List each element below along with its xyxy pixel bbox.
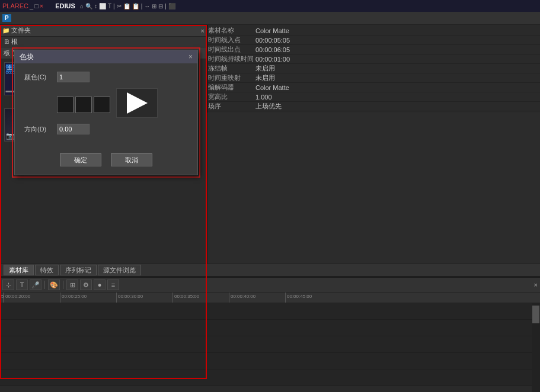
direction-input[interactable] bbox=[57, 124, 90, 134]
dialog-title: 色块 bbox=[20, 52, 34, 62]
info-value: 1.000 bbox=[255, 94, 272, 101]
info-row: 时间线出点 00:00:06:05 bbox=[208, 45, 540, 54]
edius-title: EDIUS bbox=[55, 2, 75, 9]
info-row: 时间线持续时间 00:00:01:00 bbox=[208, 54, 540, 64]
info-label: 场序 bbox=[208, 102, 255, 111]
tl-btn-text[interactable]: T bbox=[16, 279, 28, 290]
toolbar-sep3: | bbox=[165, 3, 167, 9]
tab-3[interactable]: 源文件浏览 bbox=[98, 265, 141, 275]
timeline-toolbar: ⊹ T 🎤 🎨 ⊞ ⚙ ● ≡ × bbox=[0, 278, 540, 293]
dialog-close-btn[interactable]: × bbox=[188, 53, 193, 61]
toolbar-icon-5[interactable]: T bbox=[108, 3, 111, 9]
tl-btn-move[interactable]: ⊹ bbox=[2, 279, 14, 290]
title-bar: PLA REC _ □ × EDIUS ⌂ 🔍 ↕ ⬜ T | ✂ 📋 📋 | … bbox=[0, 0, 540, 12]
ok-button[interactable]: 确定 bbox=[60, 153, 101, 166]
toolbar-icon-6[interactable]: ✂ bbox=[117, 3, 122, 9]
dialog-body: 颜色(C) 方向(D) bbox=[15, 63, 197, 149]
tabs-container: 素材库特效序列标记源文件浏览 bbox=[4, 265, 141, 275]
info-label: 时间线入点 bbox=[208, 36, 255, 44]
track-row-2 bbox=[0, 320, 532, 336]
toolbar-icon-10[interactable]: ⊞ bbox=[152, 3, 156, 9]
file-panel-title: 文件夹 bbox=[11, 26, 31, 35]
file-panel-close[interactable]: × bbox=[201, 27, 205, 34]
info-row: 编解码器 Color Matte bbox=[208, 83, 540, 92]
info-label: 时间线持续时间 bbox=[208, 54, 255, 63]
timeline-vscroll[interactable] bbox=[532, 303, 540, 392]
project-label: P bbox=[2, 14, 11, 22]
arrow-shape bbox=[127, 92, 148, 114]
info-row: 冻结帧 未启用 bbox=[208, 64, 540, 73]
color-row: 颜色(C) bbox=[24, 72, 188, 82]
track-row-1 bbox=[0, 303, 532, 320]
track-body-3 bbox=[0, 336, 532, 352]
cancel-button[interactable]: 取消 bbox=[111, 153, 152, 166]
tl-btn-settings[interactable]: ⚙ bbox=[80, 279, 92, 290]
info-value: 00:00:01:00 bbox=[255, 56, 290, 63]
toolbar-sep2: | bbox=[141, 3, 143, 9]
ruler-marks-container: 00:00:20:0000:00:25:0000:00:30:0000:00:3… bbox=[4, 293, 539, 303]
dialog-footer: 确定 取消 bbox=[15, 149, 197, 175]
track-row-5 bbox=[0, 369, 532, 386]
toolbar-icon-3[interactable]: ↕ bbox=[94, 3, 97, 9]
info-value: 00:00:06:05 bbox=[255, 46, 290, 53]
toolbar-icon-4[interactable]: ⬜ bbox=[99, 3, 106, 9]
swatch-2[interactable] bbox=[75, 97, 92, 113]
toolbar-icon-11[interactable]: ⊟ bbox=[158, 3, 163, 9]
tl-btn-color[interactable]: 🎨 bbox=[48, 279, 60, 290]
tl-btn-layers[interactable]: ≡ bbox=[107, 279, 119, 290]
info-value: 00:00:05:05 bbox=[255, 37, 290, 44]
tl-btn-circle[interactable]: ● bbox=[94, 279, 106, 290]
toolbar-icon-8[interactable]: 📋 bbox=[132, 3, 139, 9]
tl-close-btn[interactable]: × bbox=[534, 281, 538, 288]
vscroll-thumb[interactable] bbox=[532, 306, 539, 323]
tl-btn-grid[interactable]: ⊞ bbox=[66, 279, 78, 290]
bottom-area: ⊹ T 🎤 🎨 ⊞ ⚙ ● ≡ × 5 00:00:20:0000:00:25:… bbox=[0, 277, 540, 392]
ruler-mark: 00:00:25:00 bbox=[60, 293, 116, 303]
tl-btn-mic[interactable]: 🎤 bbox=[30, 279, 41, 290]
toolbar-icon-9[interactable]: ↔ bbox=[144, 3, 150, 9]
folder-icon: 📁 bbox=[2, 27, 9, 34]
track-body-2 bbox=[0, 320, 532, 336]
pla-text: PLA bbox=[2, 2, 15, 9]
dialog-title-bar: 色块 × bbox=[15, 50, 197, 63]
color-swatches bbox=[57, 97, 110, 113]
dialog-red-border: 色块 × 颜色(C) bbox=[12, 47, 200, 178]
root-row: 🖹 根 bbox=[0, 37, 207, 47]
info-value: 上场优先 bbox=[255, 102, 282, 111]
info-value: Color Matte bbox=[255, 84, 289, 91]
info-value: Color Matte bbox=[255, 27, 289, 34]
tab-2[interactable]: 序列标记 bbox=[60, 265, 97, 275]
swatch-1[interactable] bbox=[57, 97, 74, 113]
close-btn-app[interactable]: × bbox=[40, 2, 43, 9]
toolbar-icon-7[interactable]: 📋 bbox=[123, 3, 130, 9]
toolbar-icon-2[interactable]: 🔍 bbox=[85, 3, 92, 9]
rec-text: REC bbox=[15, 2, 28, 9]
track-body-4 bbox=[0, 353, 532, 369]
track-body-1 bbox=[0, 303, 532, 319]
toolbar-icon-1[interactable]: ⌂ bbox=[80, 3, 84, 9]
tab-0[interactable]: 素材库 bbox=[4, 265, 34, 275]
info-label: 时间线出点 bbox=[208, 45, 255, 54]
ruler-mark: 00:00:35:00 bbox=[172, 293, 229, 303]
info-panel: 素材名称 Color Matte 时间线入点 00:00:05:05 时间线出点… bbox=[207, 25, 540, 113]
color-block-dialog: 色块 × 颜色(C) bbox=[14, 50, 198, 175]
toolbar-icon-12[interactable]: ⬛ bbox=[168, 3, 175, 9]
file-panel-tab[interactable]: 📁 文件夹 bbox=[2, 26, 31, 35]
info-label: 素材名称 bbox=[208, 26, 255, 35]
minimize-btn[interactable]: _ bbox=[30, 2, 33, 9]
toolbar-sep1: | bbox=[113, 3, 115, 9]
tl-sep1 bbox=[44, 281, 45, 289]
info-row: 时间重映射 未启用 bbox=[208, 73, 540, 83]
direction-label: 方向(D) bbox=[24, 125, 57, 134]
timeline-ruler: 5 00:00:20:0000:00:25:0000:00:30:0000:00… bbox=[0, 293, 540, 303]
swatch-3[interactable] bbox=[94, 97, 110, 113]
info-row: 时间线入点 00:00:05:05 bbox=[208, 36, 540, 45]
tab-1[interactable]: 特效 bbox=[35, 265, 59, 275]
swatches-row bbox=[24, 88, 188, 118]
info-label: 时间重映射 bbox=[208, 73, 255, 82]
direction-row: 方向(D) bbox=[24, 124, 188, 134]
info-value: 未启用 bbox=[255, 73, 275, 82]
color-input[interactable] bbox=[57, 72, 90, 82]
maximize-btn[interactable]: □ bbox=[34, 2, 39, 9]
track-body-5 bbox=[0, 369, 532, 385]
